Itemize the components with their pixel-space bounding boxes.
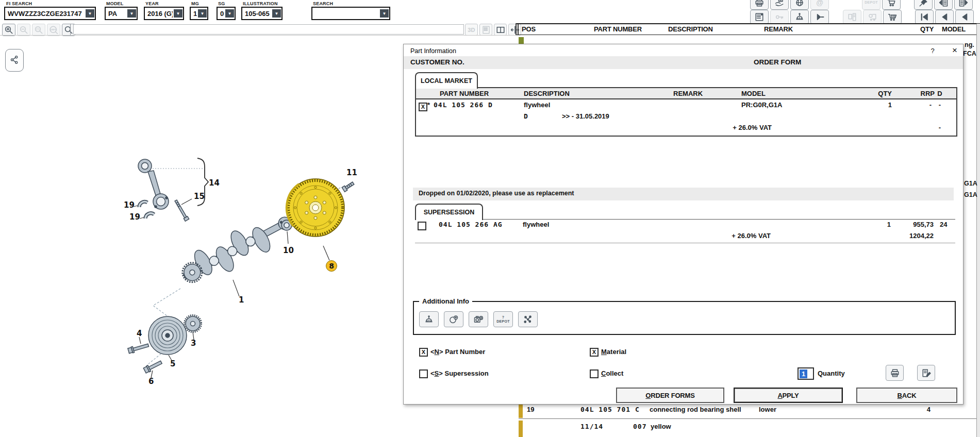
nav-back-icon[interactable]: [955, 10, 974, 24]
col-description[interactable]: DESCRIPTION: [668, 25, 713, 33]
vat-label: + 26.0% VAT: [622, 124, 772, 131]
col-part-number[interactable]: PART NUMBER: [594, 25, 642, 33]
row-color-code: 007: [633, 423, 646, 430]
pushpin-icon[interactable]: [914, 0, 933, 10]
callout-19a[interactable]: 19: [124, 200, 135, 210]
additional-info-box: Additional Info ?DEPOT: [413, 301, 956, 335]
page-prev-icon[interactable]: [934, 0, 953, 10]
col-pos[interactable]: POS: [522, 25, 536, 33]
vat-value: -: [934, 124, 945, 131]
callout-3[interactable]: 3: [191, 339, 196, 348]
depot-query-icon[interactable]: ?DEPOT: [493, 311, 513, 327]
globe-tools-icon[interactable]: [790, 0, 809, 10]
camera-plus-icon[interactable]: [469, 311, 488, 327]
apply-button[interactable]: APPLY: [734, 388, 843, 403]
supersession-vat-value: 1204,22: [900, 232, 934, 240]
clipped-model-text: G1A: [964, 191, 977, 198]
callout-5[interactable]: 5: [170, 359, 175, 368]
supersession-checkbox[interactable]: [418, 222, 426, 230]
hdr-d: D: [936, 90, 944, 97]
row-marker: [519, 37, 524, 44]
tab-supersession[interactable]: SUPERSESSION: [415, 204, 483, 220]
page-next-icon[interactable]: [954, 0, 973, 10]
crown-icon[interactable]: [790, 10, 809, 24]
callout-19b[interactable]: 19: [129, 212, 140, 222]
order-form-label: ORDER FORM: [710, 58, 844, 66]
quantity-input[interactable]: 1: [798, 367, 814, 380]
callout-10[interactable]: 10: [283, 246, 294, 255]
part-row-d: -: [934, 101, 945, 109]
supersession-rrp: 955,73: [900, 221, 934, 228]
terminal-icon: [843, 10, 861, 24]
nav-prev-icon[interactable]: [935, 10, 954, 24]
col-remark[interactable]: REMARK: [764, 25, 793, 33]
supersession-separator: [415, 243, 955, 243]
circle-plus-icon[interactable]: [444, 311, 463, 327]
callout-4[interactable]: 4: [137, 329, 142, 338]
part-row-checkbox[interactable]: X: [419, 103, 427, 111]
part-information-dialog: Part Information ? × CUSTOMER NO. ORDER …: [403, 44, 964, 405]
row-pos: 19: [527, 406, 534, 413]
part-number-checkbox[interactable]: X: [419, 348, 428, 357]
table-top-line: [517, 23, 980, 24]
play-minus-icon[interactable]: [810, 10, 829, 24]
material-checkbox[interactable]: X: [590, 348, 599, 357]
row-separator: [519, 418, 976, 419]
supersession-option-checkbox[interactable]: [419, 369, 428, 378]
callout-1[interactable]: 1: [239, 295, 244, 305]
pane-separator: [518, 23, 519, 35]
callout-14[interactable]: 14: [209, 178, 220, 188]
depot-icon: DEPOT: [862, 0, 881, 10]
callout-8: 8: [329, 262, 334, 270]
collect-checkbox[interactable]: [590, 369, 599, 378]
printer-icon[interactable]: [886, 365, 904, 381]
service-cart-icon: [863, 10, 882, 24]
dropped-notice: Dropped on 01/02/2020, please use as rep…: [419, 190, 574, 197]
col-model[interactable]: MODEL: [942, 25, 966, 33]
cart-small-icon[interactable]: [882, 0, 901, 10]
col-qty[interactable]: QTY: [920, 25, 934, 33]
tab-local-market[interactable]: LOCAL MARKET: [415, 72, 478, 89]
hdr-model: MODEL: [741, 90, 766, 97]
crown-icon[interactable]: [419, 311, 439, 327]
additional-info-label: Additional Info: [419, 297, 472, 305]
supersession-qty: 1: [869, 221, 891, 228]
supersession-vat-label: + 26.0% VAT: [621, 232, 771, 240]
clipped-model-text: ng.: [965, 41, 974, 48]
row-remark: lower: [759, 406, 776, 413]
order-forms-button[interactable]: ORDER FORMS: [616, 388, 724, 403]
dialog-tool-buttons: [886, 365, 935, 381]
parts-list-icon[interactable]: [750, 10, 769, 24]
shopping-cart-icon[interactable]: [883, 10, 902, 24]
table-header-line: [517, 35, 980, 35]
row-color-name: yellow: [651, 423, 671, 430]
part-number-option-label: <N> Part Number: [430, 348, 485, 356]
dialog-help-button[interactable]: ?: [928, 47, 937, 55]
back-button[interactable]: BACK: [856, 388, 957, 403]
row-qty: 4: [907, 406, 931, 413]
part-row-number[interactable]: 04L 105 266 D: [434, 101, 493, 109]
callout-11[interactable]: 11: [346, 168, 357, 177]
part-row-qty: 1: [870, 101, 892, 109]
edit-icon[interactable]: [917, 365, 935, 381]
scrollbar[interactable]: [976, 24, 980, 437]
dialog-close-button[interactable]: ×: [950, 45, 959, 56]
nav-first-icon[interactable]: [915, 10, 934, 24]
customer-no-label: CUSTOMER NO.: [410, 58, 464, 66]
callout-15[interactable]: 15: [194, 192, 205, 201]
supersession-part-number[interactable]: 04L 105 266 AG: [439, 221, 503, 228]
dropped-notice-bar: Dropped on 01/02/2020, please use as rep…: [413, 188, 954, 200]
flywheel-part-highlight[interactable]: [287, 179, 344, 237]
scatter-icon[interactable]: [518, 311, 538, 327]
row-part-number[interactable]: 04L 105 701 C: [580, 406, 640, 413]
supersession-table: 04L 105 266 AG flywheel 1 955,73 24 + 26…: [415, 219, 955, 243]
callout-8-badge[interactable]: 8: [326, 261, 337, 272]
hand-money-icon[interactable]: [770, 0, 789, 10]
callout-6[interactable]: 6: [148, 377, 154, 386]
toolbar-row1-group2: DEPOT: [862, 0, 901, 10]
toolbar-row2-group3: [915, 10, 974, 24]
toolbar-row1-group3: [914, 0, 973, 10]
supersession-description: flywheel: [523, 221, 549, 228]
printer-icon[interactable]: [750, 0, 769, 10]
part-row-rrp: -: [906, 101, 932, 109]
